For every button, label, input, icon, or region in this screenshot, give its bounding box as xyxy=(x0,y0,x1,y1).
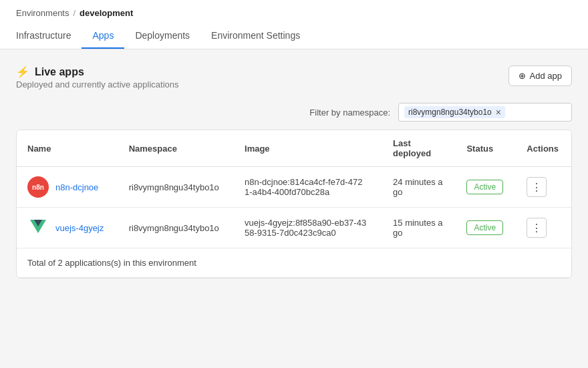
cell-name-n8n: n8n n8n-dcjnoe xyxy=(17,167,118,208)
col-actions: Actions xyxy=(516,130,571,167)
table-header-row: Name Namespace Image Lastdeployed Status… xyxy=(17,130,571,167)
table-footer-row: Total of 2 applications(s) in this envir… xyxy=(17,248,571,278)
top-bar: Environments / development Infrastructur… xyxy=(0,0,588,49)
section-subtitle: Deployed and currently active applicatio… xyxy=(16,79,179,89)
app-name-cell-vuejs: vuejs-4gyejz xyxy=(27,217,108,238)
col-last-deployed: Lastdeployed xyxy=(382,130,456,167)
section-title-block: ⚡ Live apps Deployed and currently activ… xyxy=(16,65,179,89)
cell-status-vuejs: Active xyxy=(456,208,516,248)
app-link-vuejs[interactable]: vuejs-4gyejz xyxy=(55,223,104,233)
cell-status-n8n: Active xyxy=(456,167,516,208)
breadcrumb-parent[interactable]: Environments xyxy=(16,8,69,18)
filter-tag: ri8vymgn8ngu34tybo1o × xyxy=(404,106,505,118)
apps-table: Name Namespace Image Lastdeployed Status… xyxy=(17,130,571,278)
tab-apps[interactable]: Apps xyxy=(82,23,124,49)
col-name: Name xyxy=(17,130,118,167)
add-app-icon: ⊕ xyxy=(519,71,526,81)
vuejs-logo-icon xyxy=(27,217,49,238)
deployed-text-n8n: 24 minutes ago xyxy=(393,177,442,197)
section-header: ⚡ Live apps Deployed and currently activ… xyxy=(16,65,572,89)
avatar-text-n8n: n8n xyxy=(32,184,44,191)
table-row: vuejs-4gyejz ri8vymgn8ngu34tybo1o vuejs-… xyxy=(17,208,571,248)
cell-deployed-n8n: 24 minutes ago xyxy=(382,167,456,208)
tab-infrastructure[interactable]: Infrastructure xyxy=(16,23,82,49)
filter-tag-value: ri8vymgn8ngu34tybo1o xyxy=(408,108,492,117)
avatar-vuejs xyxy=(27,217,49,238)
lightning-icon: ⚡ xyxy=(16,65,29,78)
section-title: Live apps xyxy=(35,66,84,78)
filter-tag-close[interactable]: × xyxy=(496,108,501,117)
tab-deployments[interactable]: Deployments xyxy=(124,23,200,49)
breadcrumb-separator: / xyxy=(73,8,76,18)
col-status: Status xyxy=(456,130,516,167)
status-badge-vuejs: Active xyxy=(466,220,503,235)
table-row: n8n n8n-dcjnoe ri8vymgn8ngu34tybo1o n8n-… xyxy=(17,167,571,208)
breadcrumb: Environments / development xyxy=(16,0,572,18)
actions-button-n8n[interactable]: ⋮ xyxy=(527,177,547,197)
filter-label: Filter by namespace: xyxy=(309,108,390,118)
tabs: Infrastructure Apps Deployments Environm… xyxy=(16,23,572,49)
cell-actions-n8n: ⋮ xyxy=(516,167,571,208)
cell-namespace-vuejs: ri8vymgn8ngu34tybo1o xyxy=(118,208,234,248)
deployed-text-vuejs: 15 minutes ago xyxy=(393,218,442,238)
status-badge-n8n: Active xyxy=(466,180,503,194)
actions-button-vuejs[interactable]: ⋮ xyxy=(527,218,547,238)
breadcrumb-current: development xyxy=(80,8,133,18)
table-container: Name Namespace Image Lastdeployed Status… xyxy=(16,130,572,279)
cell-image-vuejs: vuejs-4gyejz:8f858a90-eb37-4358-9315-7d0… xyxy=(234,208,382,248)
cell-name-vuejs: vuejs-4gyejz xyxy=(17,208,118,248)
tab-environment-settings[interactable]: Environment Settings xyxy=(200,23,311,49)
cell-actions-vuejs: ⋮ xyxy=(516,208,571,248)
main-content: ⚡ Live apps Deployed and currently activ… xyxy=(0,49,588,295)
filter-row: Filter by namespace: ri8vymgn8ngu34tybo1… xyxy=(16,103,572,122)
cell-namespace-n8n: ri8vymgn8ngu34tybo1o xyxy=(118,167,234,208)
add-app-label: Add app xyxy=(530,71,562,81)
add-app-button[interactable]: ⊕ Add app xyxy=(508,65,572,86)
image-text-n8n: n8n-dcjnoe:814ca4cf-fe7d-4721-a4b4-400fd… xyxy=(245,177,362,197)
cell-deployed-vuejs: 15 minutes ago xyxy=(382,208,456,248)
filter-input-wrapper[interactable]: ri8vymgn8ngu34tybo1o × xyxy=(398,103,572,122)
avatar-n8n: n8n xyxy=(27,176,49,198)
table-footer: Total of 2 applications(s) in this envir… xyxy=(17,248,571,278)
app-name-cell: n8n n8n-dcjnoe xyxy=(27,176,108,198)
app-link-n8n[interactable]: n8n-dcjnoe xyxy=(55,182,98,192)
col-namespace: Namespace xyxy=(118,130,234,167)
col-image: Image xyxy=(234,130,382,167)
cell-image-n8n: n8n-dcjnoe:814ca4cf-fe7d-4721-a4b4-400fd… xyxy=(234,167,382,208)
section-title-row: ⚡ Live apps xyxy=(16,65,179,78)
image-text-vuejs: vuejs-4gyejz:8f858a90-eb37-4358-9315-7d0… xyxy=(245,218,366,238)
